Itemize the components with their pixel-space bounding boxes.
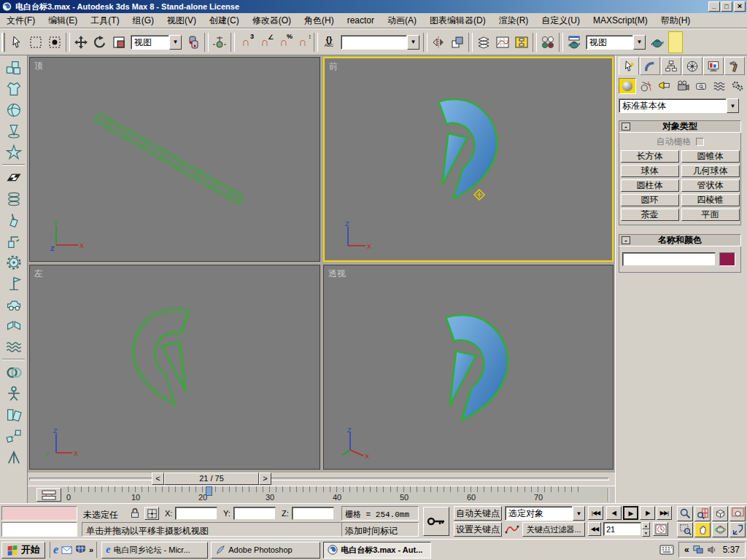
tab-create[interactable] [619,57,639,75]
create-pyramid-button[interactable]: 四棱锥 [681,194,740,206]
menu-create[interactable]: 创建(C) [203,12,246,29]
viewport-front-label[interactable]: 前 [329,61,338,73]
reactor-fracture-icon[interactable] [1,315,26,336]
maxscript-listener-white[interactable] [1,522,77,537]
menu-maxscript[interactable]: MAXScript(M) [587,13,654,28]
object-type-rollout-header[interactable]: - 对象类型 [619,120,741,133]
set-keys-button[interactable] [423,507,449,536]
chevron-down-icon[interactable]: ▼ [727,98,739,113]
viewport-perspective[interactable]: 透视 Z X [323,265,614,470]
tab-modify[interactable] [640,57,660,75]
play-button[interactable]: ▶ [623,506,638,520]
tab-hierarchy[interactable] [661,57,681,75]
category-geometry-icon[interactable] [619,78,636,94]
mirror-icon[interactable] [429,33,448,52]
quick-render-icon[interactable] [648,33,667,52]
z-coordinate-field[interactable] [292,507,334,520]
taskbar-task-3dsmax[interactable]: 电白台标3.max - Aut... [323,542,431,559]
transform-gizmo-marker[interactable] [473,188,486,201]
reactor-hinge-constraint-icon[interactable] [1,404,26,425]
reactor-rigid-body-collection-icon[interactable] [1,57,26,78]
absolute-offset-toggle-icon[interactable] [144,507,159,520]
reactor-deforming-mesh-collection-icon[interactable] [1,141,26,163]
material-editor-icon[interactable] [538,33,557,52]
create-geosphere-button[interactable]: 几何球体 [681,165,740,177]
taskbar-clock[interactable]: 5:37 [723,545,740,555]
menu-rendering[interactable]: 渲染(R) [492,12,535,29]
reactor-motor-icon[interactable] [1,252,26,273]
reactor-soft-body-collection-icon[interactable] [1,99,26,120]
reactor-linear-dashpot-icon[interactable] [1,209,26,230]
toolbar-grip[interactable] [1,33,5,52]
create-box-button[interactable]: 长方体 [621,150,679,163]
reference-coordinate-dropdown[interactable]: 视图 ▼ [131,35,182,50]
spinner-down-icon[interactable]: ▼ [642,529,650,537]
autogrid-checkbox[interactable] [696,138,704,146]
render-type-dropdown[interactable]: 视图 ▼ [586,35,646,50]
input-method-icon[interactable] [659,545,674,555]
desktop-quicklaunch-icon[interactable] [75,545,86,556]
time-slider-track[interactable] [29,478,609,481]
reactor-spring-icon[interactable] [1,188,26,209]
reactor-toy-car-icon[interactable] [1,294,26,315]
chevron-down-icon[interactable]: ▼ [633,35,646,50]
category-systems-icon[interactable] [729,78,746,94]
pan-icon[interactable] [694,522,711,537]
minimize-button[interactable]: _ [708,1,720,12]
menu-modifiers[interactable]: 修改器(O) [246,12,298,29]
arc-rotate-icon[interactable] [712,522,728,537]
quick-launch-chevron-icon[interactable]: » [89,545,93,554]
percent-snap-icon[interactable]: ​∩% [274,33,293,52]
tab-motion[interactable] [682,57,703,75]
object-name-field[interactable] [622,252,716,266]
spinner-up-icon[interactable]: ▲ [642,522,650,529]
curve-editor-icon[interactable] [493,33,512,52]
menu-animation[interactable]: 动画(A) [381,12,423,29]
volume-tray-icon[interactable] [707,545,717,555]
angle-snap-icon[interactable]: ​∩∠ [255,33,274,52]
category-helpers-icon[interactable] [693,78,709,94]
reactor-ragdoll-icon[interactable] [1,383,26,404]
maxscript-listener-pink[interactable] [1,506,77,521]
track-bar-ruler[interactable]: 0 10 20 30 40 50 60 70 [68,486,583,503]
zoom-icon[interactable] [677,506,693,521]
primitive-category-dropdown[interactable]: 标准基本体 ▼ [619,98,739,113]
viewport-left[interactable]: 左 Z Y X [29,265,320,470]
select-and-scale-icon[interactable] [109,33,128,52]
menu-edit[interactable]: 编辑(E) [42,12,84,29]
close-button[interactable]: × [734,1,746,12]
zoom-extents-all-icon[interactable] [729,506,746,521]
schematic-view-icon[interactable] [512,33,531,52]
category-lights-icon[interactable] [657,78,673,94]
toolbar-overflow-highlight[interactable] [668,31,683,53]
menu-file[interactable]: 文件(F) [0,12,42,29]
menu-reactor[interactable]: reactor [341,13,381,28]
go-to-end-button[interactable]: ▶▶| [657,506,672,520]
key-mode-toggle[interactable]: ◀◀ [588,522,601,536]
named-selection-dropdown[interactable]: ▼ [341,35,419,50]
menu-help[interactable]: 帮助(H) [654,12,697,29]
time-slider-next-key[interactable]: > [259,472,271,485]
reactor-point-point-constraint-icon[interactable] [1,425,26,446]
time-slider-prev-key[interactable]: < [152,472,164,485]
zoom-all-icon[interactable] [694,506,711,521]
key-filter-scope-dropdown[interactable]: 选定对象 ▼ [505,506,585,521]
select-and-move-icon[interactable] [71,33,90,52]
key-filters-button[interactable]: 关键点过滤器... [522,522,585,537]
tab-display[interactable] [703,57,724,75]
collapse-icon[interactable]: - [622,236,630,244]
create-teapot-button[interactable]: 茶壶 [621,209,679,221]
reactor-rope-knot-icon[interactable] [1,362,26,383]
current-frame-field[interactable] [603,522,641,536]
menu-group[interactable]: 组(G) [126,12,160,29]
outlook-quicklaunch-icon[interactable] [61,545,72,556]
tab-utilities[interactable] [724,57,745,75]
snap-toggle-3d-icon[interactable]: ​∩3 [236,33,255,52]
time-configuration-icon[interactable] [653,522,668,536]
collapse-icon[interactable]: - [622,122,630,131]
category-shapes-icon[interactable] [638,78,654,94]
create-tube-button[interactable]: 管状体 [681,179,740,192]
min-max-toggle-icon[interactable] [729,522,746,537]
reactor-rope-collection-icon[interactable] [1,120,26,141]
menu-customize[interactable]: 自定义(U) [535,12,587,29]
